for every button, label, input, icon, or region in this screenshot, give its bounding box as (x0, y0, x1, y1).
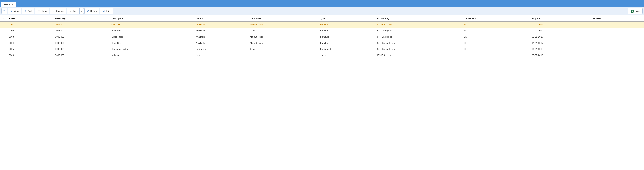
cell-asset: 0005 (7, 46, 53, 52)
do-dropdown-arrow[interactable]: ▾ (80, 8, 84, 14)
copy-icon: 📋 (38, 9, 41, 12)
cell-acquired: 12-31-2012 (530, 46, 590, 52)
cell-disposed (590, 52, 644, 58)
cell-department: MainStHouse (248, 34, 318, 40)
view-label: View (14, 10, 19, 12)
cell-accounting: ST - Enterprise (375, 34, 462, 40)
add-button[interactable]: ⊕ Add (22, 8, 34, 14)
cell-asset_tag: 0002 001 (53, 21, 109, 28)
col-header-accounting[interactable]: Accounting (375, 15, 462, 21)
cell-depreciation: SL (462, 28, 530, 34)
print-icon: 🖨 (102, 9, 105, 12)
cell-description: walkman (109, 52, 194, 58)
col-header-status[interactable]: Status (194, 15, 248, 21)
add-icon: ⊕ (24, 9, 27, 12)
tab-close-icon[interactable]: ✕ (12, 3, 13, 5)
copy-button[interactable]: 📋 Copy (35, 8, 49, 14)
title-bar: Assets ✕ (0, 0, 644, 7)
cell-depreciation: SL (462, 46, 530, 52)
do-main[interactable]: ☰ Do... (67, 8, 80, 14)
cell-acquired: 05-05-2018 (530, 52, 590, 58)
cell-asset_tag: 0002 005 (53, 52, 109, 58)
cell-type: Furniture (318, 28, 375, 34)
cell-depreciation: SL (462, 34, 530, 40)
cell-accounting: ST - Enterprise (375, 28, 462, 34)
cell-disposed (590, 40, 644, 46)
do-button[interactable]: ☰ Do... ▾ (67, 8, 84, 14)
assets-table: St Asset ↑ Asset Tag Description Status … (0, 15, 644, 58)
cell-department (248, 52, 318, 58)
cell-type: Furniture (318, 40, 375, 46)
change-icon: ✏ (52, 9, 55, 12)
cell-asset_tag: 0002 004 (53, 46, 109, 52)
change-button[interactable]: ✏ Change (50, 8, 66, 14)
col-header-disposed[interactable]: Disposed (590, 15, 644, 21)
col-header-acquired[interactable]: Acquired (530, 15, 590, 21)
cell-description: Glass Table (109, 34, 194, 40)
cell-department: Clinic (248, 46, 318, 52)
cell-department: Clinic (248, 28, 318, 34)
view-button[interactable]: 👁 View (8, 8, 21, 14)
cell-type: Equipment (318, 46, 375, 52)
excel-label: Excel (635, 10, 640, 12)
excel-button[interactable]: X Excel (628, 8, 643, 14)
do-icon: ☰ (70, 10, 72, 12)
cell-status: Available (194, 34, 248, 40)
cell-status: End of life (194, 46, 248, 52)
cell-asset_tag: 0002 003 (53, 40, 109, 46)
do-label: Do... (72, 10, 77, 12)
cell-asset: 0006 (7, 52, 53, 58)
print-button[interactable]: 🖨 Print (100, 8, 113, 14)
cell-accounting: LT - Enterprise (375, 52, 462, 58)
cell-asset: 0003 (7, 34, 53, 40)
cell-description: Computer System (109, 46, 194, 52)
col-header-st[interactable]: St (0, 15, 7, 21)
cell-depreciation: SL (462, 21, 530, 28)
assets-tab[interactable]: Assets ✕ (1, 2, 16, 7)
cell-acquired: 01-21-2017 (530, 34, 590, 40)
table-row[interactable]: 00060002 005walkmanNew<none>LT - Enterpr… (0, 52, 644, 58)
cell-type: Furniture (318, 34, 375, 40)
cell-asset: 0001 (7, 21, 53, 28)
change-label: Change (56, 10, 64, 12)
cell-disposed (590, 46, 644, 52)
delete-button[interactable]: ⊖ Delete (84, 8, 99, 14)
cell-description: Office Set (109, 21, 194, 28)
cell-department: MainStHouse (248, 40, 318, 46)
cell-department: Administration (248, 21, 318, 28)
cell-disposed (590, 34, 644, 40)
cell-st (0, 28, 7, 34)
table-row[interactable]: 00020001 001Book ShelfAvailableClinicFur… (0, 28, 644, 34)
cell-disposed (590, 21, 644, 28)
print-label: Print (106, 10, 111, 12)
col-header-department[interactable]: Department (248, 15, 318, 21)
cell-st (0, 21, 7, 28)
col-header-description[interactable]: Description (109, 15, 194, 21)
cell-asset: 0002 (7, 28, 53, 34)
delete-label: Delete (90, 10, 97, 12)
sort-arrow-icon: ↑ (16, 17, 17, 19)
table-row[interactable]: 00030002 002Glass TableAvailableMainStHo… (0, 34, 644, 40)
cell-status: New (194, 52, 248, 58)
cell-st (0, 34, 7, 40)
toolbar: ? 👁 View ⊕ Add 📋 Copy ✏ Change ☰ Do... ▾… (0, 7, 644, 15)
col-header-depreciation[interactable]: Depreciation (462, 15, 530, 21)
cell-accounting: ST - General Fund (375, 46, 462, 52)
cell-st (0, 52, 7, 58)
cell-depreciation: SL (462, 40, 530, 46)
add-label: Add (28, 10, 32, 12)
col-header-asset[interactable]: Asset ↑ (7, 15, 53, 21)
table-row[interactable]: 00050002 004Computer SystemEnd of lifeCl… (0, 46, 644, 52)
col-header-type[interactable]: Type (318, 15, 375, 21)
cell-type: Furniture (318, 21, 375, 28)
cell-accounting: ST - General Fund (375, 40, 462, 46)
cell-st (0, 40, 7, 46)
help-button[interactable]: ? (1, 8, 7, 14)
cell-acquired: 01-01-2012 (530, 21, 590, 28)
table-row[interactable]: 00010002 001Office SetAvailableAdministr… (0, 21, 644, 28)
cell-type: <none> (318, 52, 375, 58)
table-row[interactable]: 00040002 003Chair SetAvailableMainStHous… (0, 40, 644, 46)
col-header-asset-tag[interactable]: Asset Tag (53, 15, 109, 21)
cell-acquired: 01-21-2017 (530, 40, 590, 46)
cell-asset_tag: 0002 002 (53, 34, 109, 40)
